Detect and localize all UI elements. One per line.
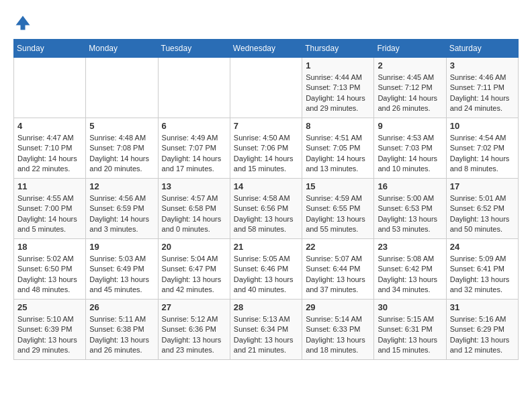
day-info: Sunrise: 5:15 AM Sunset: 6:31 PM Dayligh… [378, 314, 442, 356]
calendar-cell: 9Sunrise: 4:53 AM Sunset: 7:03 PM Daylig… [374, 118, 446, 179]
day-number: 30 [378, 302, 442, 312]
calendar-cell: 14Sunrise: 4:58 AM Sunset: 6:56 PM Dayli… [230, 179, 302, 239]
calendar-cell: 8Sunrise: 4:51 AM Sunset: 7:05 PM Daylig… [302, 118, 374, 179]
weekday-header-row: SundayMondayTuesdayWednesdayThursdayFrid… [14, 40, 519, 58]
day-info: Sunrise: 4:54 AM Sunset: 7:02 PM Dayligh… [450, 133, 515, 175]
calendar-cell: 23Sunrise: 5:08 AM Sunset: 6:42 PM Dayli… [374, 239, 446, 300]
day-info: Sunrise: 5:07 AM Sunset: 6:44 PM Dayligh… [306, 254, 370, 295]
calendar-week-row: 1Sunrise: 4:44 AM Sunset: 7:13 PM Daylig… [14, 58, 519, 118]
calendar-cell: 6Sunrise: 4:49 AM Sunset: 7:07 PM Daylig… [158, 118, 230, 179]
day-number: 3 [450, 60, 515, 71]
day-number: 9 [378, 121, 442, 131]
day-number: 11 [17, 181, 82, 191]
day-number: 8 [306, 121, 370, 131]
calendar-cell: 28Sunrise: 5:13 AM Sunset: 6:34 PM Dayli… [230, 300, 302, 360]
weekday-header: Sunday [14, 40, 86, 58]
day-number: 13 [162, 181, 226, 191]
day-info: Sunrise: 4:59 AM Sunset: 6:55 PM Dayligh… [306, 193, 370, 235]
day-number: 15 [306, 181, 370, 191]
calendar-cell: 25Sunrise: 5:10 AM Sunset: 6:39 PM Dayli… [14, 300, 86, 360]
weekday-header: Wednesday [230, 40, 302, 58]
calendar-cell: 27Sunrise: 5:12 AM Sunset: 6:36 PM Dayli… [158, 300, 230, 360]
calendar-cell: 5Sunrise: 4:48 AM Sunset: 7:08 PM Daylig… [86, 118, 158, 179]
calendar-cell: 12Sunrise: 4:56 AM Sunset: 6:59 PM Dayli… [86, 179, 158, 239]
day-number: 5 [89, 121, 154, 131]
calendar-cell [230, 58, 302, 118]
calendar-cell: 15Sunrise: 4:59 AM Sunset: 6:55 PM Dayli… [302, 179, 374, 239]
day-info: Sunrise: 5:11 AM Sunset: 6:38 PM Dayligh… [89, 314, 154, 356]
day-number: 1 [306, 60, 370, 71]
calendar-cell: 4Sunrise: 4:47 AM Sunset: 7:10 PM Daylig… [14, 118, 86, 179]
calendar-cell: 3Sunrise: 4:46 AM Sunset: 7:11 PM Daylig… [446, 58, 518, 118]
svg-marker-0 [16, 16, 30, 30]
day-info: Sunrise: 4:56 AM Sunset: 6:59 PM Dayligh… [89, 193, 154, 235]
calendar-cell: 24Sunrise: 5:09 AM Sunset: 6:41 PM Dayli… [446, 239, 518, 300]
day-number: 26 [89, 302, 154, 312]
calendar-cell [158, 58, 230, 118]
day-info: Sunrise: 4:58 AM Sunset: 6:56 PM Dayligh… [234, 193, 298, 235]
calendar-cell: 31Sunrise: 5:16 AM Sunset: 6:29 PM Dayli… [446, 300, 518, 360]
day-info: Sunrise: 5:04 AM Sunset: 6:47 PM Dayligh… [162, 254, 226, 295]
calendar-cell: 13Sunrise: 4:57 AM Sunset: 6:58 PM Dayli… [158, 179, 230, 239]
day-number: 22 [306, 242, 370, 252]
day-number: 2 [378, 60, 442, 71]
day-info: Sunrise: 4:49 AM Sunset: 7:07 PM Dayligh… [162, 133, 226, 175]
day-info: Sunrise: 5:02 AM Sunset: 6:50 PM Dayligh… [17, 254, 82, 295]
calendar-cell: 22Sunrise: 5:07 AM Sunset: 6:44 PM Dayli… [302, 239, 374, 300]
day-number: 16 [378, 181, 442, 191]
day-number: 29 [306, 302, 370, 312]
day-info: Sunrise: 4:51 AM Sunset: 7:05 PM Dayligh… [306, 133, 370, 175]
calendar-cell: 30Sunrise: 5:15 AM Sunset: 6:31 PM Dayli… [374, 300, 446, 360]
day-info: Sunrise: 4:47 AM Sunset: 7:10 PM Dayligh… [17, 133, 82, 175]
day-info: Sunrise: 4:55 AM Sunset: 7:00 PM Dayligh… [17, 193, 82, 235]
day-number: 28 [234, 302, 298, 312]
day-info: Sunrise: 5:14 AM Sunset: 6:33 PM Dayligh… [306, 314, 370, 356]
calendar-cell: 20Sunrise: 5:04 AM Sunset: 6:47 PM Dayli… [158, 239, 230, 300]
weekday-header: Saturday [446, 40, 518, 58]
day-info: Sunrise: 4:45 AM Sunset: 7:12 PM Dayligh… [378, 73, 442, 114]
day-number: 17 [450, 181, 515, 191]
calendar-cell: 2Sunrise: 4:45 AM Sunset: 7:12 PM Daylig… [374, 58, 446, 118]
calendar-cell: 16Sunrise: 5:00 AM Sunset: 6:53 PM Dayli… [374, 179, 446, 239]
calendar-table: SundayMondayTuesdayWednesdayThursdayFrid… [13, 39, 519, 360]
day-info: Sunrise: 5:01 AM Sunset: 6:52 PM Dayligh… [450, 193, 515, 235]
day-number: 19 [89, 242, 154, 252]
calendar-cell: 17Sunrise: 5:01 AM Sunset: 6:52 PM Dayli… [446, 179, 518, 239]
page-header [13, 13, 519, 32]
day-number: 20 [162, 242, 226, 252]
weekday-header: Tuesday [158, 40, 230, 58]
day-number: 10 [450, 121, 515, 131]
day-info: Sunrise: 5:00 AM Sunset: 6:53 PM Dayligh… [378, 193, 442, 235]
day-number: 12 [89, 181, 154, 191]
day-info: Sunrise: 4:57 AM Sunset: 6:58 PM Dayligh… [162, 193, 226, 235]
day-number: 31 [450, 302, 515, 312]
calendar-cell [14, 58, 86, 118]
day-number: 14 [234, 181, 298, 191]
day-number: 23 [378, 242, 442, 252]
day-number: 6 [162, 121, 226, 131]
logo [13, 13, 35, 32]
day-info: Sunrise: 4:46 AM Sunset: 7:11 PM Dayligh… [450, 73, 515, 114]
calendar-week-row: 18Sunrise: 5:02 AM Sunset: 6:50 PM Dayli… [14, 239, 519, 300]
day-info: Sunrise: 5:13 AM Sunset: 6:34 PM Dayligh… [234, 314, 298, 356]
calendar-cell: 11Sunrise: 4:55 AM Sunset: 7:00 PM Dayli… [14, 179, 86, 239]
day-number: 7 [234, 121, 298, 131]
calendar-cell: 10Sunrise: 4:54 AM Sunset: 7:02 PM Dayli… [446, 118, 518, 179]
logo-icon [13, 13, 32, 32]
day-info: Sunrise: 4:48 AM Sunset: 7:08 PM Dayligh… [89, 133, 154, 175]
day-info: Sunrise: 5:03 AM Sunset: 6:49 PM Dayligh… [89, 254, 154, 295]
weekday-header: Thursday [302, 40, 374, 58]
day-number: 25 [17, 302, 82, 312]
day-number: 27 [162, 302, 226, 312]
day-number: 24 [450, 242, 515, 252]
calendar-cell: 19Sunrise: 5:03 AM Sunset: 6:49 PM Dayli… [86, 239, 158, 300]
calendar-cell: 1Sunrise: 4:44 AM Sunset: 7:13 PM Daylig… [302, 58, 374, 118]
day-info: Sunrise: 5:09 AM Sunset: 6:41 PM Dayligh… [450, 254, 515, 295]
day-number: 4 [17, 121, 82, 131]
calendar-cell: 7Sunrise: 4:50 AM Sunset: 7:06 PM Daylig… [230, 118, 302, 179]
day-info: Sunrise: 4:53 AM Sunset: 7:03 PM Dayligh… [378, 133, 442, 175]
calendar-week-row: 4Sunrise: 4:47 AM Sunset: 7:10 PM Daylig… [14, 118, 519, 179]
calendar-cell [86, 58, 158, 118]
day-number: 18 [17, 242, 82, 252]
calendar-week-row: 11Sunrise: 4:55 AM Sunset: 7:00 PM Dayli… [14, 179, 519, 239]
